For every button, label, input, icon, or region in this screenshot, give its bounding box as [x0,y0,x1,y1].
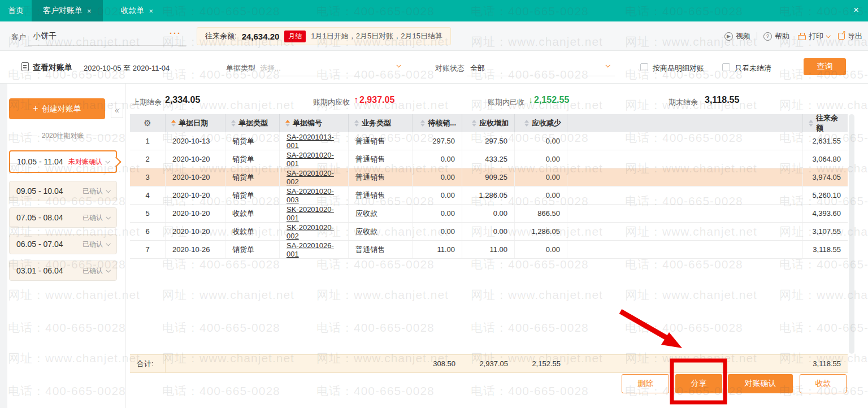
period-range: 09.05 - 10.04 [16,186,83,196]
close-icon[interactable]: × [853,5,859,15]
unsettled-checkbox[interactable] [722,63,730,71]
sort-icon[interactable] [354,120,359,127]
doc-code-link[interactable]: SA-20201020-003 [287,187,341,204]
sort-icon[interactable] [524,120,529,127]
detail-checkbox[interactable] [640,63,648,71]
balance-info-box: 往来余额: 24,634.20 月结 1月1日开始，2月5日对账，2月15日结算 [197,27,451,45]
spacer-column [567,186,803,204]
column-label: 往来余额 [816,113,842,133]
biz-type: 普通销售 [349,186,413,204]
pending-amount: 0.00 [413,168,462,186]
video-button[interactable]: ▶ 视频 [724,31,750,41]
spacer-column [567,205,803,222]
table-row[interactable]: 42020-10-20销货单SA-20201020-003普通销售0.001,2… [130,186,848,205]
sort-icon[interactable] [231,120,236,127]
gear-icon: ⚙ [144,118,151,128]
date-range-value[interactable]: 2020-10-05 至 2020-11-04 [84,63,170,73]
sort-icon[interactable] [171,120,176,127]
delete-button[interactable]: 删除 [622,374,669,393]
totals-spacer [349,355,413,372]
table-row[interactable]: 32020-10-20销货单SA-20201020-002普通销售0.00909… [130,168,848,186]
tab-receipt[interactable]: 收款单 × [111,0,164,21]
sort-icon[interactable] [472,120,476,127]
table-row[interactable]: 22020-10-20销货单SA-20201020-001普通销售0.00433… [130,150,848,168]
chevron-down-icon[interactable] [605,63,610,67]
export-button[interactable]: 导出 [838,31,862,41]
doc-code-link[interactable]: SA-20201020-002 [287,169,341,186]
doc-code-link[interactable]: SA-20201026-001 [287,241,341,258]
doc-code-link[interactable]: SA-20201013-001 [287,133,341,150]
share-button[interactable]: 分享 [675,374,722,393]
total-balance: 3,118.55 [803,355,848,372]
column-settings-button[interactable]: ⚙ [130,114,166,132]
column-label: 单据日期 [179,118,208,128]
period-item[interactable]: 03.01 - 06.04已确认 [9,261,117,281]
doc-type-select[interactable]: 选择... [260,63,281,73]
prev-balance-value: 2,334.05 [165,95,200,105]
table-row[interactable]: 72020-10-26销货单SA-20201026-001普通销售11.0011… [130,241,848,259]
column-header-date[interactable]: 单据日期 [166,114,225,132]
pending-amount: 0.00 [413,205,462,222]
receivable-value: ↑2,937.05 [354,95,394,105]
tab-label: 客户对账单 [43,6,83,16]
table-row[interactable]: 12020-10-13销货单SA-20201013-001普通销售297.502… [130,132,848,150]
doc-code: SA-20201013-001 [280,132,349,150]
doc-type: 销货单 [225,150,280,168]
balance-value: 24,634.20 [242,32,280,41]
chevron-down-icon[interactable] [396,63,401,67]
pending-amount: 0.00 [413,150,462,168]
column-header-biz[interactable]: 业务类型 [349,114,413,132]
column-header-type[interactable]: 单据类型 [225,114,280,132]
top-tab-bar: 首页 客户对账单 × 收款单 × × [0,0,868,21]
tab-customer-statement[interactable]: 客户对账单 × [32,0,103,21]
help-button[interactable]: ? 帮助 [763,31,789,41]
biz-type: 普通销售 [349,241,413,258]
column-header-increase[interactable]: 应收增加 [462,114,515,132]
spacer-column [567,132,803,150]
customer-value[interactable]: 小饼干 [33,31,57,41]
receive-payment-button[interactable]: 收款 [800,374,847,393]
column-header-balance[interactable]: 往来余额 [803,114,848,132]
create-statement-button[interactable]: +创建对账单 [9,98,105,119]
receivable-label: 账期内应收 [313,97,350,107]
confirm-statement-button[interactable]: 对账确认 [728,374,793,393]
settle-cycle-text: 1月1日开始，2月5日对账，2月15日结算 [311,31,442,41]
doc-code-link[interactable]: SK-20201020-001 [287,205,341,222]
printer-icon [798,35,806,40]
period-item[interactable]: 09.05 - 10.04已确认 [9,181,117,201]
sort-icon[interactable] [809,120,813,127]
scrollbar-track[interactable] [849,114,854,354]
tab-home[interactable]: 首页 [0,0,32,21]
column-header-pending[interactable]: 待核销... [413,114,462,132]
tab-close-icon[interactable]: × [87,7,92,15]
table-row[interactable]: 62020-10-20收款单SK-20201020-002应收款0.000.00… [130,223,848,241]
sort-icon[interactable] [420,120,425,127]
column-header-decrease[interactable]: 应收减少 [515,114,567,132]
doc-type-underline [257,76,406,76]
collapse-sidebar-button[interactable]: « [111,103,123,118]
period-item[interactable]: 10.05 - 11.04未对账确认 [9,150,117,173]
sort-icon[interactable] [285,120,290,127]
doc-code-link[interactable]: SK-20201020-002 [287,223,341,240]
column-header-code[interactable]: 单据编号 [280,114,349,132]
doc-code-link[interactable]: SA-20201020-001 [287,151,341,168]
help-icon: ? [763,32,772,41]
doc-code: SA-20201020-001 [280,150,349,168]
left-gutter [0,84,7,408]
table-row[interactable]: 52020-10-20收款单SK-20201020-001应收款0.000.00… [130,205,848,223]
tab-close-icon[interactable]: × [149,7,154,15]
detail-checkbox-label: 按商品明细对账 [653,63,704,73]
plus-icon: + [33,103,38,113]
doc-code: SA-20201020-002 [280,168,349,186]
totals-label: 合计: [130,355,166,372]
status-select[interactable]: 全部 [470,63,485,73]
prev-balance-label: 上期结余 [132,97,162,107]
period-item[interactable]: 07.05 - 08.04已确认 [9,207,117,228]
print-button[interactable]: 打印 [798,31,830,41]
unsettled-checkbox-label: 只看未结清 [735,63,771,73]
search-button[interactable]: 查询 [804,58,846,75]
more-icon[interactable]: ··· [170,28,181,38]
doc-code: SA-20201026-001 [280,241,349,258]
period-item[interactable]: 06.05 - 07.04已确认 [9,234,117,254]
end-balance-value: 3,118.55 [705,95,739,105]
